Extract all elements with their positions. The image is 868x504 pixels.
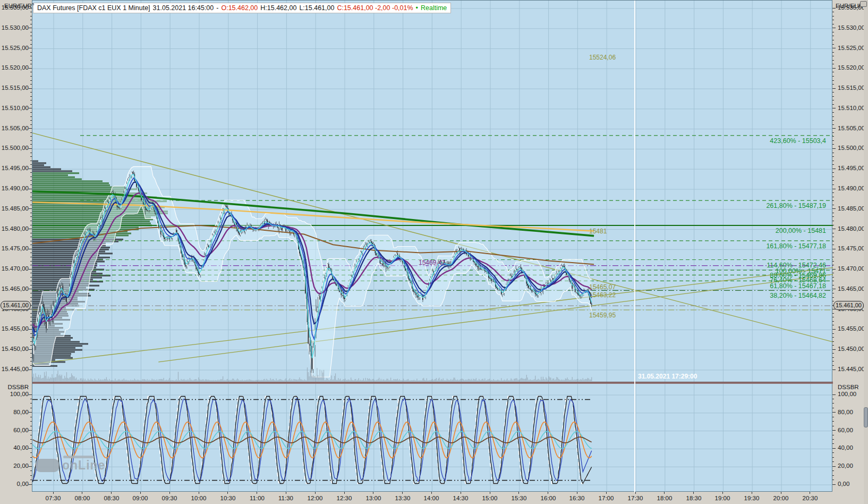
price-callout-label: 15459,95 <box>589 312 616 319</box>
time-tick <box>257 492 257 494</box>
chart-title-bar: DAX Futures [FDAX c1 EUX 1 Minute] 31.05… <box>33 3 451 13</box>
price-tick-label: 15.500,00 <box>838 145 865 151</box>
price-tick-label: 15.510,00 <box>2 105 29 111</box>
price-tick-label: 15.505,00 <box>2 125 29 131</box>
price-minor-tick <box>30 285 32 285</box>
time-tick-label: 18:00 <box>654 495 675 501</box>
price-minor-tick <box>30 72 32 72</box>
sub-minor-tick <box>832 417 834 417</box>
price-minor-tick <box>832 353 834 354</box>
price-minor-tick <box>30 361 32 362</box>
price-minor-tick <box>832 285 834 285</box>
price-minor-tick <box>832 120 834 121</box>
sub-minor-tick <box>832 471 834 471</box>
time-axis[interactable]: 07:3008:0008:3009:0009:3010:0010:3011:00… <box>0 492 868 504</box>
price-tick <box>832 369 836 370</box>
dssbr-orange <box>33 422 592 458</box>
price-tick <box>832 249 836 249</box>
price-axis-right[interactable]: 15.535,0015.530,0015.525,0015.520,0015.5… <box>832 0 868 504</box>
price-tick <box>29 48 32 48</box>
price-minor-tick <box>30 357 32 358</box>
time-tick-label: 17:30 <box>625 495 646 501</box>
time-tick-label: 08:00 <box>72 495 93 501</box>
sub-minor-tick <box>30 435 32 435</box>
chart-window: EUR/EURn EUR/EURn onLine DAX Futures [FD… <box>0 0 868 504</box>
time-tick-label: 09:30 <box>159 495 180 501</box>
time-tick-label: 20:00 <box>770 495 792 501</box>
price-tick-label: 15.480,00 <box>2 225 29 232</box>
price-minor-tick <box>832 317 834 317</box>
price-tick <box>832 68 836 69</box>
time-tick <box>693 492 694 494</box>
sub-minor-tick <box>30 399 32 399</box>
sub-tick <box>832 394 836 395</box>
price-minor-tick <box>30 333 32 334</box>
sub-minor-tick <box>30 443 32 444</box>
price-minor-tick <box>30 153 32 153</box>
title-instrument: DAX Futures [FDAX c1 EUX 1 Minute] <box>37 4 150 12</box>
sub-minor-tick <box>832 461 834 462</box>
sub-minor-tick <box>832 443 834 444</box>
price-tick <box>29 128 32 129</box>
price-tick-label: 15.465,00 <box>838 285 865 292</box>
price-minor-tick <box>30 321 32 322</box>
price-callout-label: 15465,07 <box>589 283 616 291</box>
time-tick <box>373 492 373 494</box>
price-minor-tick <box>832 104 834 105</box>
price-minor-tick <box>832 92 834 93</box>
price-axis-left[interactable]: 15.535,0015.530,0015.525,0015.520,0015.5… <box>0 0 32 504</box>
sub-minor-tick <box>30 471 32 471</box>
watermark-logo-icon <box>36 459 59 472</box>
price-tick-label: 15.490,00 <box>2 185 29 191</box>
oscillator-lines <box>33 397 592 484</box>
price-minor-tick <box>30 261 32 262</box>
price-minor-tick <box>30 221 32 221</box>
price-minor-tick <box>832 325 834 325</box>
price-minor-tick <box>832 80 834 81</box>
title-high: H:15.462,00 <box>260 4 296 12</box>
price-tick <box>29 148 32 149</box>
price-minor-tick <box>832 345 834 346</box>
time-tick <box>635 492 636 494</box>
price-minor-tick <box>30 84 32 85</box>
price-tick-label: 15.465,00 <box>2 285 29 292</box>
price-minor-tick <box>832 116 834 117</box>
price-minor-tick <box>30 301 32 301</box>
price-tick <box>832 329 836 330</box>
price-minor-tick <box>832 132 834 133</box>
price-tick-label: 15.450,00 <box>838 346 865 352</box>
time-tick <box>548 492 548 494</box>
price-minor-tick <box>30 297 32 298</box>
price-minor-tick <box>832 261 834 262</box>
price-tick-label: 15.475,00 <box>2 245 29 251</box>
sub-minor-tick <box>30 426 32 426</box>
sub-minor-tick <box>832 403 834 404</box>
price-tick <box>29 349 32 350</box>
title-realtime: Realtime <box>421 4 447 12</box>
price-tick <box>832 269 836 270</box>
sub-tick <box>29 430 32 431</box>
price-minor-tick <box>30 177 32 177</box>
price-tick-label: 15.515,00 <box>2 85 29 91</box>
last-price-badge: 15.461,00 <box>1 301 31 310</box>
price-minor-tick <box>30 257 32 257</box>
price-tick-label: 15.530,00 <box>2 24 29 31</box>
price-tick-label: 15.485,00 <box>2 205 29 212</box>
price-minor-tick <box>832 237 834 237</box>
price-minor-tick <box>832 100 834 100</box>
chart-plot-area[interactable]: onLine DAX Futures [FDAX c1 EUX 1 Minute… <box>32 0 832 492</box>
price-minor-tick <box>832 273 834 273</box>
time-tick <box>752 492 752 494</box>
trend-lines[interactable] <box>32 133 833 364</box>
price-minor-tick <box>30 60 32 61</box>
scrollbar-thumb[interactable] <box>864 407 868 427</box>
time-tick <box>606 492 607 494</box>
price-minor-tick <box>832 365 834 366</box>
price-minor-tick <box>30 216 32 217</box>
price-tick-label: 15.515,00 <box>838 85 865 91</box>
price-minor-tick <box>832 297 834 298</box>
time-tick-label: 19:30 <box>741 495 762 501</box>
window-corner-icon[interactable] <box>860 1 867 7</box>
price-minor-tick <box>832 192 834 193</box>
panel-divider[interactable] <box>32 382 833 384</box>
